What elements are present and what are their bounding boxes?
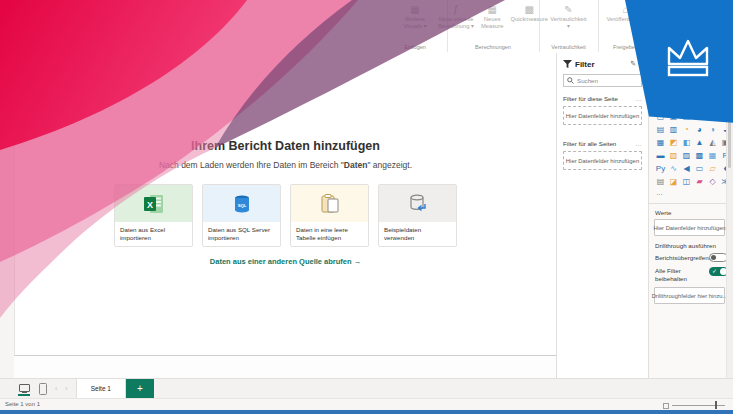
keep-filters-label-line1: Alle Filter [655,267,681,274]
next-page-arrow[interactable]: › [65,385,67,392]
page-tab-bar: ‹ › Seite 1 + [0,378,733,398]
well-placeholder: Hier Datenfelder hinzufügen [566,113,639,119]
drillthrough-field-well[interactable]: Drillthroughfelder hier hinzu... [654,287,725,304]
cross-report-label: Berichtsübergreifend [655,254,712,261]
well-placeholder: Drillthroughfelder hier hinzu... [652,293,728,299]
card-label: Beispieldaten verwenden [379,222,456,246]
visual-type-icon[interactable]: ◧ [680,136,693,149]
new-measure-button[interactable]: ▦ Neues Measure [479,3,506,30]
filter-pane-title: Filter [575,60,626,69]
empty-state-subtitle: Nach dem Laden werden Ihre Daten im Bere… [15,160,556,170]
report-workspace: Ihrem Bericht Daten hinzufügen Nach dem … [0,53,556,378]
report-page-canvas[interactable]: Ihrem Bericht Daten hinzufügen Nach dem … [14,53,556,356]
values-field-well[interactable]: Hier Datenfelder hinzufügen [654,219,725,236]
use-sample-data-card[interactable]: Beispieldaten verwenden [378,184,457,247]
visual-type-icon[interactable]: ▲ [693,136,706,149]
visual-type-icon[interactable]: ∿ [667,162,680,175]
card-label: Daten in eine leere Tabelle einfügen [291,222,368,246]
button-label: Measure [481,23,504,30]
visual-type-icon[interactable]: ◀ [680,162,693,175]
zoom-slider-thumb[interactable] [715,401,717,409]
edit-pane-icon[interactable]: ✎ [630,60,636,68]
workspace-below-page [14,355,556,378]
visual-type-icon[interactable]: ◩ [667,136,680,149]
card-tint: X [115,185,192,222]
get-data-other-source-link[interactable]: Daten aus einer anderen Quelle abrufen → [15,257,556,266]
filter-search-input[interactable]: Suchen [563,74,642,87]
visual-type-icon[interactable]: ◪ [667,175,680,188]
visual-type-icon[interactable]: ▦ [654,136,667,149]
more-visual-options-icon[interactable]: … [656,189,663,196]
visual-type-icon[interactable]: ▩ [693,149,706,162]
new-measure-icon: ▦ [487,4,496,16]
sensitivity-button[interactable]: ✎ Vertraulichkeit ▾ [548,3,588,30]
filter-well-all-pages[interactable]: Hier Datenfelder hinzufügen [563,151,642,170]
visual-calculation-icon: ƒ [453,4,459,16]
visual-type-icon[interactable]: Py [654,162,667,175]
section-label: Filter für diese Seite [563,95,636,102]
more-options-icon[interactable]: … [636,95,643,102]
crown-icon [666,38,710,80]
visual-type-icon[interactable]: ◔ [680,123,693,136]
visual-type-icon[interactable]: ▰ [693,175,706,188]
status-bar: Seite 1 von 1 [0,398,733,410]
add-page-button[interactable]: + [126,379,154,399]
prev-page-arrow[interactable]: ‹ [55,385,57,392]
filter-section-this-page: Filter für diese Seite … [563,95,642,102]
more-visuals-button[interactable]: ▦ Weitere Visuals ▾ [401,3,428,30]
more-visuals-icon: ▦ [410,4,419,16]
button-label: Berechnung ▾ [438,23,474,30]
visual-type-icon[interactable]: ◭ [706,136,719,149]
svg-text:SQL: SQL [237,203,246,208]
well-placeholder: Hier Datenfelder hinzufügen [653,225,725,231]
visual-type-icon[interactable]: ▤ [654,175,667,188]
visual-type-icon[interactable]: ▤ [654,123,667,136]
visual-type-icon[interactable]: ◕ [693,123,706,136]
visual-type-icon[interactable]: ◑ [706,123,719,136]
powerbi-desktop-window: ▦ Weitere Visuals ▾ Einfügen ƒ Neue visu… [0,0,733,414]
zoom-slider-track[interactable] [672,405,725,406]
button-label: Vertraulichkeit [550,16,586,23]
svg-text:X: X [146,199,152,209]
clipboard-icon [321,194,339,213]
new-visual-calculation-button[interactable]: ƒ Neue visuelle Berechnung ▾ [436,3,476,30]
toggle-check-icon: ✓ [712,267,717,276]
visual-type-icon[interactable]: ▦ [706,149,719,162]
search-placeholder: Suchen [577,77,598,84]
empty-state-title: Ihrem Bericht Daten hinzufügen [15,139,556,153]
paste-blank-table-card[interactable]: Daten in eine leere Tabelle einfügen [290,184,369,247]
active-view-underline [18,394,30,396]
filter-pane: Filter ✎ » Suchen Filter für diese Seite… [556,53,648,378]
visual-type-icon[interactable]: ◇ [706,175,719,188]
button-label: ▾ [567,23,570,30]
toggle-knob [711,255,716,260]
visual-type-icon[interactable]: ▧ [667,149,680,162]
visual-type-icon[interactable]: ▭ [693,162,706,175]
zoom-slider[interactable] [663,403,725,408]
ribbon-group-calculations: ƒ Neue visuelle Berechnung ▾ ▦ Neues Mea… [447,0,540,52]
visual-type-icon[interactable]: ▨ [680,149,693,162]
desktop-view-icon[interactable] [18,383,30,395]
visual-type-icon[interactable]: ▥ [667,123,680,136]
quick-measure-icon: ▩ [524,4,533,16]
card-tint [379,185,456,222]
button-label: Neues [484,16,501,23]
ribbon: ▦ Weitere Visuals ▾ Einfügen ƒ Neue visu… [0,0,733,54]
visual-type-icon[interactable]: ◫ [680,175,693,188]
page-tab-seite1[interactable]: Seite 1 [76,379,126,399]
import-excel-card[interactable]: X Daten aus Excel importieren [114,184,193,247]
visual-type-icon[interactable]: ▬ [654,149,667,162]
import-sql-card[interactable]: SQL Daten aus SQL Server importieren [202,184,281,247]
drillthrough-label: Drillthrough ausführen [655,242,716,249]
filter-well-this-page[interactable]: Hier Datenfelder hinzufügen [563,106,642,125]
get-data-cards: X Daten aus Excel importieren SQL Daten … [15,184,556,247]
excel-icon: X [144,195,164,213]
visual-type-icon[interactable]: ▱ [706,162,719,175]
ribbon-group-label: Vertraulichkeit [539,44,598,50]
ribbon-group-label: Berechnungen [447,44,539,50]
mobile-view-icon[interactable] [39,383,47,395]
fit-to-page-icon[interactable] [663,403,669,409]
more-options-icon[interactable]: … [636,140,643,147]
page-count-status: Seite 1 von 1 [5,401,40,407]
ribbon-group-sensitivity: ✎ Vertraulichkeit ▾ Vertraulichkeit [539,0,599,52]
